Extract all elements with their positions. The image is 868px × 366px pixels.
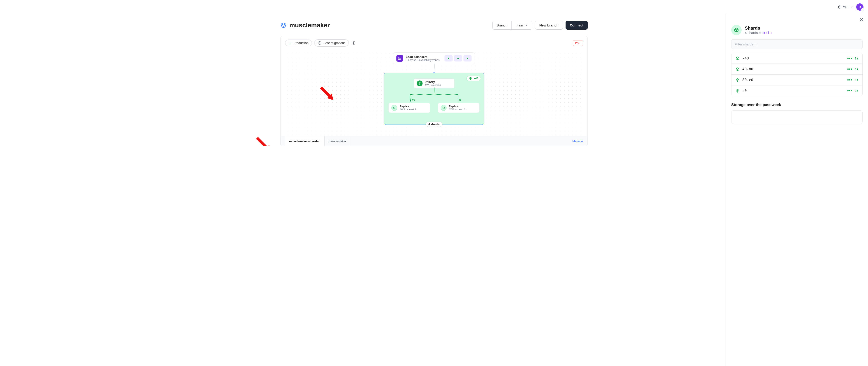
shard-box[interactable]: -40 Primary AWS us-east-2 0s 0s [384,73,485,125]
annotation-arrow [256,137,276,146]
production-chip[interactable]: Production [285,39,312,47]
avatar-initial: B [859,5,861,9]
user-avatar[interactable]: B [856,3,864,11]
svg-rect-4 [398,59,399,59]
branch-selector[interactable]: Branch main [492,21,532,30]
shard-name: -40 [742,56,749,60]
replica-2-title: Replica [449,105,466,108]
shard-tag: -40 [467,76,481,81]
replica-1-latency: 0s [412,98,415,101]
safe-migrations-label: Safe migrations [323,41,345,45]
shard-row[interactable]: c0- 0s [732,85,862,96]
panel-subtitle: 4 shards on main [745,31,772,35]
cube-icon [736,89,740,93]
connect-button[interactable]: Connect [565,21,588,30]
status-dot-icon [458,58,459,59]
page-header: musclemaker Branch main New branch Conne… [280,21,588,30]
card-footer: musclemaker-sharded musclemaker Manage [281,136,587,146]
primary-node[interactable]: Primary AWS us-east-2 [414,79,454,88]
status-dots-icon [847,68,852,70]
lb-status-group [445,55,472,61]
replica-node-1[interactable]: Replica AWS us-east-2 [389,103,430,113]
panel-header: Shards 4 shards on main [731,25,863,35]
layers-icon [393,106,396,109]
shield-icon [288,41,291,44]
replica-node-icon [392,105,397,111]
svg-rect-3 [398,57,401,58]
status-dots-icon [847,79,852,81]
close-button[interactable] [859,17,864,23]
replica-2-text: Replica AWS us-east-2 [449,105,466,111]
keyspace-tab-sharded[interactable]: musclemaker-sharded [285,136,324,146]
connector-line [410,94,411,101]
filter-shards-input[interactable] [731,39,863,49]
connector-line [410,94,458,95]
replica-1-region: AWS us-east-2 [400,108,416,111]
lb-status-2 [454,55,462,61]
cube-icon [736,78,740,82]
chevron-down-icon [862,9,864,11]
shard-row-right: 0s [847,67,858,71]
panel-header-text: Shards 4 shards on main [745,26,772,35]
shard-name: c0- [742,89,749,93]
chevron-down-icon [525,24,528,27]
main-container: musclemaker Branch main New branch Conne… [267,14,601,146]
replica-2-region: AWS us-east-2 [449,108,466,111]
shard-row-left: c0- [736,89,749,93]
safe-migrations-chip[interactable]: Safe migrations [314,39,349,47]
shard-row-left: 80-c0 [736,78,753,82]
page-title: musclemaker [289,22,330,29]
replica-node-2[interactable]: Replica AWS us-east-2 [438,103,480,113]
svg-rect-5 [400,59,401,59]
architecture-canvas: Load balancers 3 across 3 availability z… [284,50,584,136]
shard-row-right: 0s [847,78,858,82]
shard-latency: 0s [855,57,858,60]
status-dots-icon [847,90,852,91]
lb-subtitle: 3 across 3 availability zones [406,59,439,62]
close-icon [859,17,864,22]
layers-icon [418,82,421,85]
shard-row[interactable]: -40 0s [732,53,862,63]
database-icon [280,22,287,29]
shard-row-left: -40 [736,56,749,60]
shard-row-right: 0s [847,57,858,60]
header-actions: Branch main New branch Connect [492,21,588,30]
panel-sub-branch: main [764,31,772,35]
architecture-card: Production Safe migrations PS- Load [280,36,588,146]
panel-sub-prefix: 4 shards on [745,31,764,35]
shard-row[interactable]: 40-80 0s [732,63,862,74]
new-branch-button[interactable]: New branch [535,21,563,30]
cube-icon [734,27,739,33]
ps-chip[interactable]: PS- [573,40,583,46]
shard-count-badge: 4 shards [426,122,442,127]
layers-icon [442,106,445,109]
status-dots-icon [847,58,852,59]
connector-line [458,94,458,101]
shard-list: -40 0s 40-80 0s 80-c0 0s [731,53,863,96]
primary-node-icon [416,81,423,86]
gear-icon[interactable] [351,41,355,45]
chips-left: Production Safe migrations [285,39,355,47]
cube-icon [736,56,740,60]
timezone-selector[interactable]: MST [838,5,853,9]
shard-latency: 0s [855,78,858,82]
lb-status-3 [464,55,472,61]
shards-panel: Shards 4 shards on main -40 0s 40-80 [725,14,868,146]
connector-line [434,64,434,73]
panel-title: Shards [745,26,772,31]
shard-row-right: 0s [847,89,858,93]
replica-2-latency: 0s [458,98,461,101]
branch-value: main [516,23,523,27]
keyspace-tab-unsharded[interactable]: musclemaker [324,136,350,146]
load-balancer-box[interactable]: Load balancers 3 across 3 availability z… [393,53,475,64]
x-circle-icon [318,41,322,45]
status-dot-icon [448,58,450,59]
manage-link[interactable]: Manage [572,140,583,143]
shard-row-left: 40-80 [736,67,753,71]
branch-dropdown[interactable]: main [511,21,532,29]
svg-point-2 [353,42,354,43]
shard-row[interactable]: 80-c0 0s [732,74,862,85]
replica-1-title: Replica [400,105,416,108]
avatar-chevron [861,8,864,11]
replica-node-icon [441,105,447,111]
